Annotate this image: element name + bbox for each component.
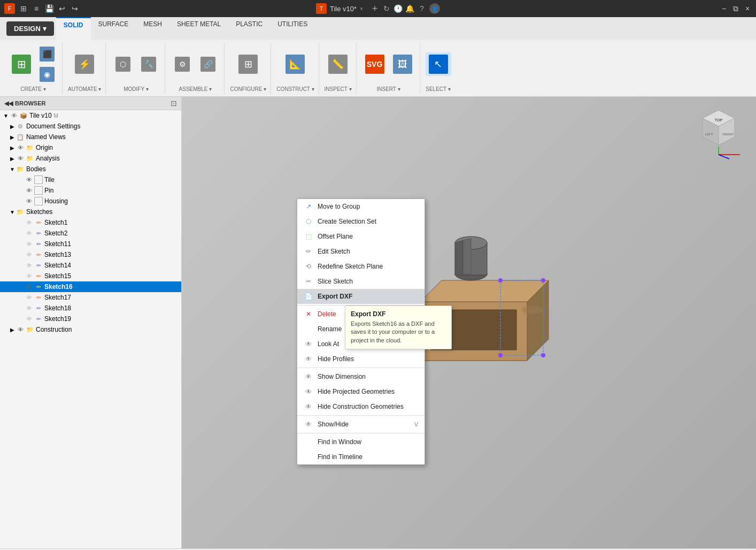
tree-item-origin[interactable]: ▶ 👁 📁 Origin [0, 142, 181, 153]
tree-item-sketches[interactable]: ▼ 📁 Sketches [0, 207, 181, 217]
ctx-hide-profiles[interactable]: 👁 Hide Profiles [297, 352, 425, 366]
tree-item-construction[interactable]: ▶ 👁 📁 Construction [0, 324, 181, 335]
tree-item-sketch16[interactable]: 👁 ✏ Sketch16 [0, 281, 181, 292]
close-icon[interactable]: × [743, 4, 752, 13]
eye-sketch19[interactable]: 👁 [25, 315, 33, 323]
eye-sketch14[interactable]: 👁 [25, 261, 33, 270]
eye-sketch1[interactable]: 👁 [25, 218, 33, 227]
ctx-slice-sketch[interactable]: ✂ Slice Sketch [297, 274, 425, 289]
tab-mesh[interactable]: MESH [136, 17, 169, 40]
notify-icon[interactable]: 🔔 [406, 4, 414, 13]
eye-tile-v10[interactable]: 👁 [10, 111, 18, 120]
minimize-icon[interactable]: − [720, 4, 728, 13]
ctx-export-dxf[interactable]: 📄 Export DXF [297, 289, 425, 304]
extrude-btn[interactable]: ⬛ [36, 44, 58, 64]
save-icon[interactable]: 💾 [45, 4, 53, 13]
ctx-find-in-window[interactable]: Find in Window [297, 434, 425, 449]
new-tab-icon[interactable]: + [371, 4, 379, 13]
tab-solid[interactable]: SOLID [56, 17, 91, 40]
configure-btn[interactable]: ⊞ [235, 52, 261, 76]
design-dropdown[interactable]: DESIGN ▾ [6, 21, 54, 36]
eye-analysis[interactable]: 👁 [16, 154, 25, 163]
menu-icon[interactable]: ≡ [32, 4, 41, 13]
toggle-named-views[interactable]: ▶ [9, 134, 16, 140]
browser-back-icon[interactable]: ◀◀ [4, 100, 13, 107]
viewport-3d[interactable]: TOP LEFT FRONT [182, 97, 756, 548]
tree-item-named-views[interactable]: ▶ 📋 Named Views [0, 132, 181, 142]
inspect-btn[interactable]: 📏 [325, 52, 351, 76]
assemble-btn2[interactable]: 🔗 [196, 55, 220, 74]
tab-surface[interactable]: SURFACE [91, 17, 136, 40]
tree-item-tile-v10[interactable]: ▼ 👁 📦 Tile v10 M [0, 110, 181, 121]
tree-item-pin[interactable]: 👁 Pin [0, 185, 181, 196]
eye-construction[interactable]: 👁 [16, 325, 25, 334]
grid-icon[interactable]: ⊞ [19, 4, 28, 13]
ctx-create-selection-set[interactable]: ⬡ Create Selection Set [297, 214, 425, 229]
maximize-icon[interactable]: ⧉ [731, 4, 740, 13]
tree-item-sketch19[interactable]: 👁 ✏ Sketch19 [0, 314, 181, 324]
toggle-doc-settings[interactable]: ▶ [9, 124, 16, 129]
tree-item-sketch2[interactable]: 👁 ✏ Sketch2 [0, 228, 181, 239]
tab-sheet-metal[interactable]: SHEET METAL [169, 17, 228, 40]
insert-btn2[interactable]: 🖼 [390, 52, 415, 76]
eye-sketch16[interactable]: 👁 [25, 282, 33, 291]
help-icon[interactable]: ? [418, 4, 426, 13]
ctx-hide-projected[interactable]: 👁 Hide Projected Geometries [297, 384, 425, 399]
viewcube[interactable]: TOP LEFT FRONT [697, 108, 740, 150]
assemble-btn1[interactable]: ⚙ [171, 55, 194, 74]
tree-item-sketch11[interactable]: 👁 ✏ Sketch11 [0, 239, 181, 249]
toggle-sketches[interactable]: ▼ [9, 209, 16, 215]
tree-item-sketch17[interactable]: 👁 ✏ Sketch17 [0, 292, 181, 303]
tree-item-housing[interactable]: 👁 Housing [0, 196, 181, 207]
redo-icon[interactable]: ↪ [71, 4, 79, 13]
eye-sketch18[interactable]: 👁 [25, 304, 33, 312]
insert-svg-btn[interactable]: SVG [362, 52, 388, 76]
browser-expand-icon[interactable]: ⊡ [171, 99, 177, 108]
toggle-construction[interactable]: ▶ [9, 327, 16, 333]
ctx-edit-sketch[interactable]: ✏ Edit Sketch [297, 244, 425, 259]
tab-plastic[interactable]: PLASTIC [228, 17, 270, 40]
history-icon[interactable]: 🕐 [394, 4, 403, 13]
user-avatar[interactable]: 👤 [429, 3, 440, 14]
eye-tile-body[interactable]: 👁 [25, 175, 33, 184]
ctx-offset-plane[interactable]: ⬚ Offset Plane [297, 229, 425, 244]
construct-btn[interactable]: 📐 [282, 52, 308, 76]
tab-close-icon[interactable]: × [360, 6, 363, 12]
undo-icon[interactable]: ↩ [58, 4, 66, 13]
tab-title[interactable]: Tile v10* [330, 5, 357, 13]
modify-btn1[interactable]: ⬡ [111, 55, 135, 74]
automate-btn[interactable]: ⚡ [72, 52, 97, 76]
create-new-btn[interactable]: ⊞ [9, 52, 34, 76]
tree-item-analysis[interactable]: ▶ 👁 📁 Analysis [0, 153, 181, 164]
ctx-hide-construction[interactable]: 👁 Hide Construction Geometries [297, 399, 425, 414]
eye-sketch2[interactable]: 👁 [25, 229, 33, 238]
eye-sketch17[interactable]: 👁 [25, 293, 33, 302]
eye-pin-body[interactable]: 👁 [25, 186, 33, 195]
eye-sketch15[interactable]: 👁 [25, 272, 33, 280]
toggle-bodies[interactable]: ▼ [9, 166, 16, 172]
ctx-move-to-group[interactable]: ↗ Move to Group [297, 199, 425, 214]
eye-origin[interactable]: 👁 [16, 143, 25, 152]
tree-item-bodies[interactable]: ▼ 📁 Bodies [0, 164, 181, 174]
tree-item-sketch13[interactable]: 👁 ✏ Sketch13 [0, 249, 181, 260]
tree-item-doc-settings[interactable]: ▶ ⚙ Document Settings [0, 121, 181, 132]
select-btn[interactable]: ↖ [426, 52, 451, 76]
tree-item-sketch18[interactable]: 👁 ✏ Sketch18 [0, 303, 181, 314]
ctx-show-dimension[interactable]: 👁 Show Dimension [297, 369, 425, 384]
eye-sketch13[interactable]: 👁 [25, 250, 33, 259]
toggle-tile-v10[interactable]: ▼ [2, 113, 10, 119]
eye-housing-body[interactable]: 👁 [25, 197, 33, 205]
eye-sketch11[interactable]: 👁 [25, 240, 33, 248]
ctx-redefine-sketch[interactable]: ⟲ Redefine Sketch Plane [297, 259, 425, 274]
viewport[interactable]: TOP LEFT FRONT [182, 97, 756, 548]
toggle-analysis[interactable]: ▶ [9, 156, 16, 162]
revolve-btn[interactable]: ◉ [36, 65, 58, 84]
tree-item-sketch15[interactable]: 👁 ✏ Sketch15 [0, 271, 181, 281]
ctx-find-in-timeline[interactable]: Find in Timeline [297, 449, 425, 464]
tree-item-tile[interactable]: 👁 Tile [0, 174, 181, 185]
tree-item-sketch1[interactable]: 👁 ✏ Sketch1 [0, 217, 181, 228]
toggle-origin[interactable]: ▶ [9, 145, 16, 151]
refresh-icon[interactable]: ↻ [382, 4, 391, 13]
tab-utilities[interactable]: UTILITIES [270, 17, 315, 40]
tree-item-sketch14[interactable]: 👁 ✏ Sketch14 [0, 260, 181, 271]
